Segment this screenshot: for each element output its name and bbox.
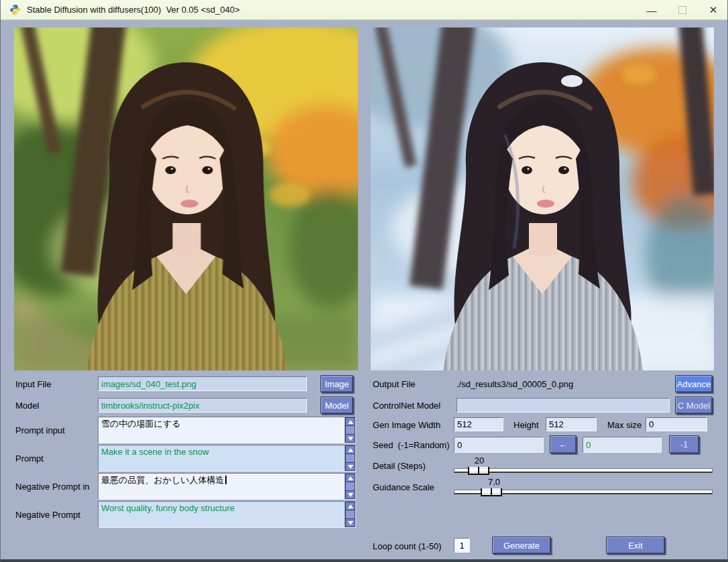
seed-copy-button[interactable]: ←: [550, 435, 577, 453]
negative-prompt-textarea[interactable]: Worst quality, funny body structure: [98, 501, 356, 528]
seed-last-field[interactable]: [583, 437, 662, 453]
python-icon: [9, 4, 21, 15]
steps-slider-track[interactable]: [454, 468, 713, 473]
scrollbar[interactable]: [345, 474, 355, 499]
image-button[interactable]: Image: [320, 375, 353, 393]
text-cursor: [225, 476, 227, 484]
prompt-input-textarea[interactable]: 雪の中の場面にする: [98, 417, 356, 443]
model-field[interactable]: [98, 398, 307, 413]
maximize-button[interactable]: [667, 0, 698, 20]
close-icon: ✕: [709, 4, 718, 16]
output-image: [371, 27, 714, 370]
gen-width-field[interactable]: [454, 417, 503, 431]
gen-width-label: Gen Image Width: [373, 420, 440, 430]
steps-value: 20: [466, 455, 493, 466]
prompt-input-label: Prompt input: [15, 425, 65, 435]
prompt-text: Make it a scene in the snow: [101, 447, 208, 457]
scrollbar-thumb[interactable]: [345, 426, 355, 434]
guidance-slider-handle[interactable]: [481, 488, 502, 496]
prompt-label: Prompt: [15, 453, 44, 464]
scroll-up-icon[interactable]: [345, 502, 355, 510]
seed-field[interactable]: [454, 437, 544, 453]
scrollbar[interactable]: [345, 417, 355, 443]
scroll-up-icon[interactable]: [345, 474, 355, 482]
scrollbar[interactable]: [345, 502, 355, 527]
loop-count-label: Loop count (1-50): [373, 541, 442, 551]
scroll-down-icon[interactable]: [345, 434, 355, 443]
title-bar: Stable Diffusion with diffusers(100) Ver…: [1, 0, 727, 20]
scroll-up-icon[interactable]: [345, 417, 355, 426]
negative-prompt-label: Negative Prompt: [15, 510, 80, 520]
guidance-label: Guidance Scale: [373, 482, 434, 492]
output-file-value: ./sd_results3/sd_00005_0.png: [457, 379, 573, 389]
scrollbar-thumb[interactable]: [345, 454, 355, 462]
exit-button[interactable]: Exit: [606, 537, 665, 554]
scroll-down-icon[interactable]: [345, 490, 355, 499]
input-file-label: Input File: [15, 379, 51, 389]
controlnet-field[interactable]: [457, 398, 670, 413]
c-model-button[interactable]: C Model: [675, 397, 713, 414]
scrollbar-thumb[interactable]: [345, 510, 355, 518]
max-size-label: Max size: [607, 420, 642, 430]
model-label: Model: [15, 401, 39, 411]
maximize-icon: [678, 6, 686, 14]
app-window: Stable Diffusion with diffusers(100) Ver…: [0, 0, 728, 562]
generate-button[interactable]: Generate: [492, 537, 551, 554]
steps-label: Detail (Steps): [373, 461, 426, 471]
negative-prompt-in-text: 最悪の品質、おかしい人体構造: [101, 475, 225, 485]
max-size-field[interactable]: [646, 417, 707, 431]
scroll-down-icon[interactable]: [345, 462, 355, 471]
scroll-down-icon[interactable]: [345, 518, 355, 527]
input-file-field[interactable]: [98, 376, 307, 391]
window-title: Stable Diffusion with diffusers(100) Ver…: [27, 5, 240, 15]
prompt-input-text: 雪の中の場面にする: [101, 419, 181, 429]
negative-prompt-in-label: Negative Prompt in: [15, 482, 90, 492]
close-button[interactable]: ✕: [698, 0, 728, 20]
scroll-up-icon[interactable]: [345, 445, 355, 454]
negative-prompt-text: Worst quality, funny body structure: [101, 503, 235, 513]
controlnet-label: ControlNet Model: [373, 401, 440, 411]
scrollbar[interactable]: [345, 445, 355, 471]
seed-random-button[interactable]: -1: [669, 435, 699, 453]
height-field[interactable]: [546, 417, 597, 431]
minimize-button[interactable]: —: [636, 0, 667, 20]
model-button[interactable]: Model: [320, 397, 353, 414]
seed-label: Seed (-1=Random): [373, 440, 450, 450]
advance-button[interactable]: Advance: [675, 375, 713, 393]
negative-prompt-in-textarea[interactable]: 最悪の品質、おかしい人体構造: [98, 473, 356, 500]
loop-count-field[interactable]: [454, 538, 470, 553]
prompt-textarea[interactable]: Make it a scene in the snow: [98, 445, 356, 472]
output-file-label: Output File: [373, 379, 416, 389]
steps-slider-handle[interactable]: [468, 467, 489, 475]
scrollbar-thumb[interactable]: [345, 482, 355, 490]
input-image: [14, 27, 358, 370]
guidance-value: 7.0: [479, 477, 509, 487]
height-label: Height: [513, 420, 539, 430]
minimize-icon: —: [647, 5, 657, 16]
